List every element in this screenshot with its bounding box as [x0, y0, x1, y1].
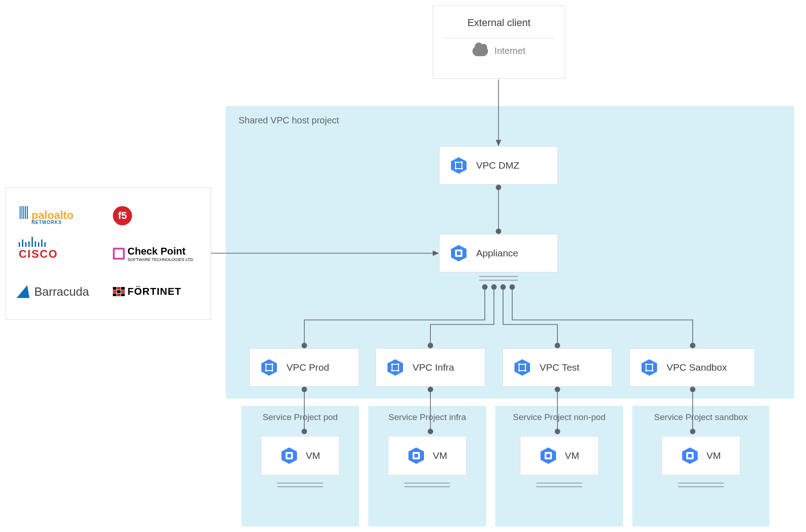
vendor-barracuda: Barracuda — [19, 275, 104, 309]
svg-point-17 — [391, 363, 393, 365]
appliance-label: Appliance — [476, 248, 518, 259]
vpc-icon — [513, 358, 531, 377]
nic-lines — [536, 480, 582, 487]
internet-row: Internet — [433, 46, 565, 56]
nic-lines — [277, 480, 323, 487]
external-client-box: External client Internet — [433, 5, 565, 79]
nic-line — [479, 276, 518, 277]
compute-icon — [539, 447, 557, 465]
service-project-pod: Service Project pod VM — [241, 406, 359, 527]
vendor-paloalto: paloalto NETWORKS — [19, 199, 104, 232]
svc-label: Service Project non-pod — [495, 412, 623, 422]
vpc-infra-label: VPC Infra — [413, 362, 454, 373]
internet-label: Internet — [494, 46, 525, 56]
vpc-test-label: VPC Test — [540, 362, 579, 373]
service-project-sandbox: Service Project sandbox VM — [632, 406, 769, 527]
svg-point-13 — [265, 370, 267, 372]
svg-rect-41 — [546, 454, 550, 458]
service-project-nonpod: Service Project non-pod VM — [495, 406, 623, 527]
svg-point-18 — [398, 363, 399, 365]
svg-marker-9 — [261, 359, 277, 376]
paloalto-icon — [19, 206, 29, 219]
svc-label: Service Project sandbox — [632, 412, 769, 422]
vendor-fortinet: FÖRTINET — [113, 275, 198, 309]
vpc-icon — [260, 358, 278, 377]
svc-label: Service Project pod — [241, 412, 359, 422]
divider — [444, 38, 554, 38]
svg-point-3 — [461, 161, 463, 163]
svg-point-11 — [265, 363, 267, 365]
svg-point-5 — [461, 168, 463, 170]
svg-marker-15 — [387, 359, 403, 376]
architecture-diagram: External client Internet Shared VPC host… — [0, 0, 806, 532]
vpc-prod-label: VPC Prod — [286, 362, 329, 373]
svg-rect-38 — [414, 454, 418, 458]
vpc-test-node: VPC Test — [503, 348, 612, 387]
vm-node: VM — [388, 436, 467, 475]
nic-lines — [678, 480, 724, 487]
compute-icon — [280, 447, 298, 465]
svg-rect-44 — [688, 454, 692, 458]
f5-icon: f5 — [113, 206, 132, 225]
svg-point-19 — [391, 370, 393, 372]
vm-node: VM — [261, 436, 339, 475]
vpc-sandbox-node: VPC Sandbox — [630, 348, 755, 387]
svg-marker-27 — [642, 359, 657, 376]
compute-icon — [450, 244, 468, 262]
svg-point-23 — [518, 363, 520, 365]
compute-icon — [407, 447, 425, 465]
svg-point-29 — [645, 363, 647, 365]
svc-label: Service Project infra — [368, 412, 486, 422]
vm-node: VM — [520, 436, 599, 475]
cisco-icon — [19, 237, 46, 247]
vpc-icon — [640, 358, 658, 377]
vpc-sandbox-label: VPC Sandbox — [667, 362, 727, 373]
svg-point-25 — [518, 370, 520, 372]
checkpoint-icon — [113, 248, 125, 260]
svg-point-31 — [645, 370, 647, 372]
svg-marker-0 — [451, 157, 467, 174]
svg-point-26 — [525, 370, 526, 372]
vpc-prod-node: VPC Prod — [249, 348, 359, 387]
vendor-cisco: CISCO — [19, 237, 104, 270]
svg-rect-8 — [457, 251, 461, 255]
service-project-infra: Service Project infra VM — [368, 406, 486, 527]
compute-icon — [681, 447, 699, 465]
svg-point-32 — [652, 370, 653, 372]
vpc-dmz-node: VPC DMZ — [439, 146, 558, 185]
fortinet-icon — [113, 287, 125, 296]
svg-point-2 — [455, 161, 456, 163]
vpc-icon — [386, 358, 404, 377]
appliance-vendors-box: paloalto NETWORKS f5 CISCO Check Point S… — [5, 187, 211, 320]
vm-node: VM — [662, 436, 740, 475]
appliance-node: Appliance — [439, 234, 558, 272]
vpc-dmz-label: VPC DMZ — [476, 160, 520, 171]
barracuda-icon — [16, 285, 33, 298]
svg-point-4 — [455, 168, 456, 170]
vpc-infra-node: VPC Infra — [376, 348, 485, 387]
external-client-title: External client — [433, 17, 565, 29]
svg-point-14 — [271, 370, 273, 372]
svg-point-30 — [652, 363, 653, 365]
vpc-icon — [450, 156, 468, 175]
nic-line — [479, 280, 518, 281]
svg-rect-35 — [287, 454, 291, 458]
svg-point-12 — [271, 363, 273, 365]
host-project-label: Shared VPC host project — [239, 115, 339, 126]
nic-lines — [404, 480, 450, 487]
cloud-icon — [472, 46, 488, 56]
svg-marker-21 — [514, 359, 530, 376]
vendor-f5: f5 — [113, 199, 198, 232]
vendor-checkpoint: Check Point SOFTWARE TECHNOLOGIES LTD. — [113, 237, 198, 270]
svg-point-20 — [398, 370, 399, 372]
svg-point-24 — [525, 363, 526, 365]
